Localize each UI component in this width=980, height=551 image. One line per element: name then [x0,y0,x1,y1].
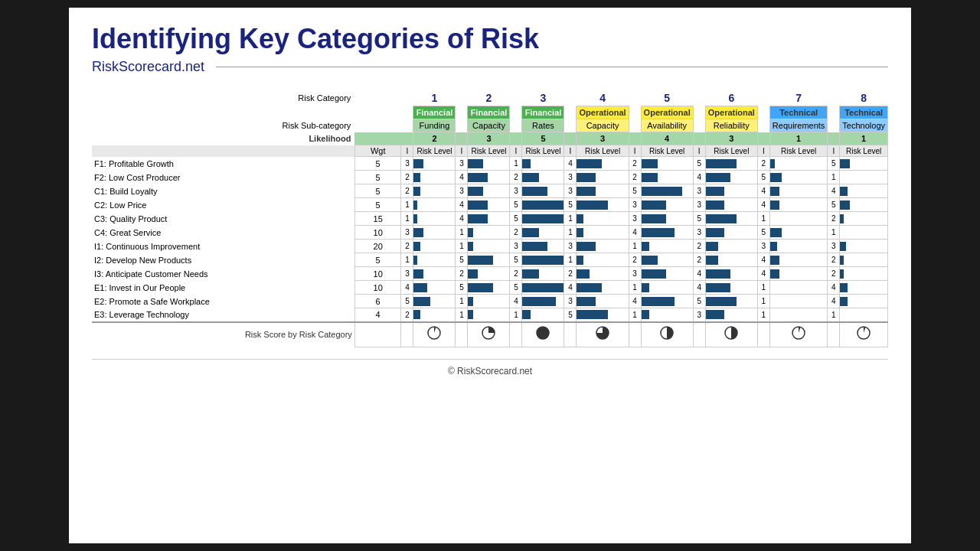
row-0-col-0-bar [413,157,456,171]
row-9-col-7-impact: 4 [828,281,840,295]
row-5-col-0-impact: 3 [401,226,413,240]
col-i-header-2 [510,90,522,106]
row-0-col-7-impact: 5 [828,157,840,171]
row-7-col-3-bar [577,253,629,267]
row-1-col-1-impact: 4 [456,171,468,184]
row-0-col-7-bar [840,157,888,171]
row-7-col-6-impact: 4 [757,253,769,267]
row-label-0: F1: Profitable Growth [92,157,354,171]
row-10-col-2-impact: 4 [510,295,522,308]
col-category-0: Financial [413,106,456,119]
row-9-col-6-bar [769,281,827,295]
col-i-header-1 [456,90,468,106]
col-likelihood-5: 3 [705,132,757,145]
row-10-col-1-impact: 1 [456,295,468,308]
row-7-col-5-bar [705,253,757,267]
col-rl-hdr-7: Risk Level [840,145,888,157]
row-3-col-2-impact: 5 [510,198,522,212]
row-8-col-7-bar [840,267,888,281]
col-i-sub-6 [757,119,769,132]
row-8-col-0-bar [413,267,456,281]
table-row-8: I3: Anticipate Customer Needs1032223442 [92,267,888,281]
row-3-col-3-bar [577,198,629,212]
row-1-col-2-bar [522,171,564,184]
row-0-col-5-impact: 5 [693,157,705,171]
row-6-col-4-bar [641,240,693,253]
col-category-5: Operational [705,106,757,119]
wgt-header-label [92,145,354,157]
row-4-col-4-impact: 3 [629,212,641,226]
col-num-5: 6 [705,90,757,106]
row-11-col-1-bar [468,308,510,322]
row-9-col-0-impact: 4 [401,281,413,295]
subtitle-divider [216,67,888,67]
row-8-col-5-impact: 4 [693,267,705,281]
row-11-col-5-bar [705,308,757,322]
row-wgt-1: 5 [354,171,401,184]
row-0-col-6-impact: 2 [757,157,769,171]
col-i-sub-2 [510,119,522,132]
row-9-col-3-bar [577,281,629,295]
row-5-col-5-impact: 3 [693,226,705,240]
risk-category-label2 [92,106,354,119]
col-category-6: Technical [769,106,827,119]
col-i-lik-4 [629,132,641,145]
col-i-cat-2 [510,106,522,119]
row-10-col-0-impact: 5 [401,295,413,308]
row-3-col-1-impact: 4 [456,198,468,212]
row-9-col-2-bar [522,281,564,295]
col-i-lik-3 [564,132,577,145]
risk-score-i-7 [828,322,840,347]
row-7-col-6-bar [769,253,827,267]
risk-score-i-3 [564,322,577,347]
row-7-col-5-impact: 2 [693,253,705,267]
wgt-spacer4 [354,132,401,145]
col-subcategory-2: Rates [522,119,564,132]
row-3-col-4-impact: 3 [629,198,641,212]
row-10-col-1-bar [468,295,510,308]
row-2-col-1-bar [468,184,510,198]
col-likelihood-4: 4 [641,132,693,145]
row-3-col-3-impact: 5 [564,198,577,212]
likelihood-label: Likelihood [92,132,354,145]
risk-category-label: Risk Category [92,90,354,106]
col-likelihood-2: 5 [522,132,564,145]
row-6-col-7-bar [840,240,888,253]
footer: © RiskScorecard.net [92,359,888,377]
row-5-col-7-impact: 1 [828,226,840,240]
row-3-col-2-bar [522,198,564,212]
col-num-7: 8 [840,90,888,106]
col-likelihood-1: 3 [468,132,510,145]
row-0-col-2-impact: 1 [510,157,522,171]
row-6-col-3-bar [577,240,629,253]
row-6-col-7-impact: 3 [828,240,840,253]
table-row-1: F2: Low Cost Producer524232451 [92,171,888,184]
risk-score-i-2 [510,322,522,347]
row-7-col-2-bar [522,253,564,267]
row-5-col-6-bar [769,226,827,240]
row-6-col-0-impact: 2 [401,240,413,253]
row-7-col-1-impact: 5 [456,253,468,267]
row-11-col-1-impact: 1 [456,308,468,322]
col-i-lik-7 [828,132,840,145]
row-2-col-4-impact: 5 [629,184,641,198]
table-row-9: E1: Invest in Our People1045541414 [92,281,888,295]
col-category-2: Financial [522,106,564,119]
row-wgt-10: 6 [354,295,401,308]
row-4-col-7-bar [840,212,888,226]
col-i-lik-0 [401,132,413,145]
col-i-header-4 [629,90,641,106]
row-10-col-0-bar [413,295,456,308]
col-i-sub-7 [828,119,840,132]
row-5-col-1-bar [468,226,510,240]
col-num-0: 1 [413,90,456,106]
col-num-4: 5 [641,90,693,106]
row-2-col-1-impact: 3 [456,184,468,198]
row-7-col-7-bar [840,253,888,267]
row-8-col-4-impact: 3 [629,267,641,281]
row-0-col-2-bar [522,157,564,171]
risk-score-wgt-spacer [354,322,401,347]
risk-score-pie-1 [468,322,510,347]
col-i-hdr-0: I [401,145,413,157]
row-4-col-3-bar [577,212,629,226]
